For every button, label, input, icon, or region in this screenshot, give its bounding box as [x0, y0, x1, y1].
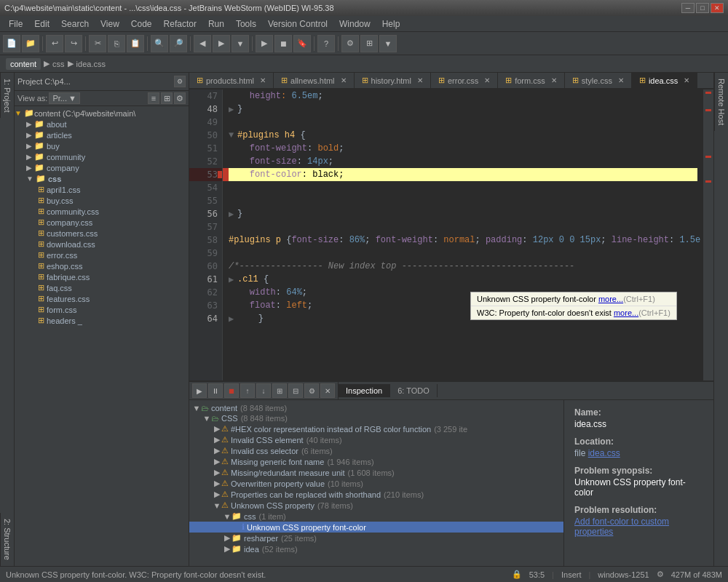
cut-button[interactable]: ✂: [89, 35, 106, 52]
minimize-button[interactable]: ─: [681, 3, 695, 13]
export-item[interactable]: ⊟: [288, 383, 303, 398]
menu-help[interactable]: Help: [376, 17, 406, 31]
insp-unknown-css[interactable]: ▼ ⚠ Unknown CSS property (78 items): [189, 500, 563, 511]
tree-articles[interactable]: ▶ 📁 articles: [15, 129, 189, 140]
tree-error-css[interactable]: ⊞ error.css: [15, 250, 189, 260]
insp-shorthand[interactable]: ▶ ⚠ Properties can be replaced with shor…: [189, 489, 563, 500]
menu-file[interactable]: File: [3, 17, 28, 31]
code-editor[interactable]: 47 48 49 50 51 52 53 54 55 56 57 58 59 6…: [189, 89, 713, 380]
insp-invalid-selector[interactable]: ▶ ⚠ Invalid css selector (6 items): [189, 445, 563, 456]
settings2-button[interactable]: ⊞: [360, 35, 378, 52]
close-allnews-tab[interactable]: ✕: [341, 76, 347, 84]
maximize-button[interactable]: □: [696, 3, 709, 13]
tree-buy[interactable]: ▶ 📁 buy: [15, 140, 189, 151]
tree-community[interactable]: ▶ 📁 community: [15, 151, 189, 162]
menu-edit[interactable]: Edit: [28, 17, 55, 31]
tree-buy-css[interactable]: ⊞ buy.css: [15, 195, 189, 206]
expand-selector[interactable]: ▶: [213, 446, 221, 455]
sidebar-settings[interactable]: ⚙: [174, 76, 186, 87]
menu-vcs[interactable]: Version Control: [262, 17, 333, 31]
tab-form-css[interactable]: ⊞ form.css ✕: [498, 73, 565, 88]
menu-window[interactable]: Window: [333, 17, 376, 31]
sidebar-options[interactable]: ⚙: [174, 92, 186, 104]
menu-refactor[interactable]: Refactor: [158, 17, 202, 31]
tab-style-css[interactable]: ⊞ style.css ✕: [565, 73, 632, 88]
view-as-dropdown[interactable]: Pr... ▼: [49, 92, 79, 104]
menu-code[interactable]: Code: [125, 17, 158, 31]
settings-icon[interactable]: ⚙: [657, 570, 664, 579]
expand-css-sub[interactable]: ▼: [223, 512, 232, 521]
remote-host-tab[interactable]: Remote Host: [714, 73, 728, 131]
expand-item[interactable]: ⊞: [272, 383, 287, 398]
project-tab[interactable]: 1: Project: [0, 73, 14, 118]
menu-run[interactable]: Run: [202, 17, 230, 31]
insp-missing-font[interactable]: ▶ ⚠ Missing generic font name (1 946 ite…: [189, 456, 563, 467]
insp-resharper[interactable]: ▶ 📁 resharper (25 items): [189, 533, 563, 543]
tree-april1[interactable]: ⊞ april1.css: [15, 184, 189, 195]
expand-overwritten[interactable]: ▶: [213, 479, 221, 488]
bookmark-button[interactable]: 🔖: [293, 35, 311, 52]
tree-css[interactable]: ▼ 📁 css: [15, 173, 189, 184]
expand-hex[interactable]: ▶: [213, 424, 221, 434]
tree-eshop-css[interactable]: ⊞ eshop.css: [15, 260, 189, 271]
open-button[interactable]: 📁: [22, 35, 39, 52]
help-button[interactable]: ?: [317, 35, 335, 52]
breadcrumb-file[interactable]: idea.css: [76, 60, 106, 68]
insp-measure[interactable]: ▶ ⚠ Missing/redundant measure unit (1 60…: [189, 467, 563, 478]
tab-todo[interactable]: 6: TODO: [390, 384, 438, 397]
expand-measure[interactable]: ▶: [213, 468, 221, 477]
expand-unknown[interactable]: ▼: [213, 501, 221, 510]
close-products-tab[interactable]: ✕: [260, 76, 266, 84]
insp-overwritten[interactable]: ▶ ⚠ Overwritten property value (10 items…: [189, 478, 563, 489]
close-style-tab[interactable]: ✕: [618, 76, 624, 84]
stop-insp[interactable]: ⏹: [224, 383, 239, 398]
nav-more[interactable]: ▼: [232, 35, 249, 52]
settings-insp[interactable]: ⚙: [304, 383, 319, 398]
expand-shorthand[interactable]: ▶: [213, 490, 221, 499]
tree-headers-css[interactable]: ⊞ headers _: [15, 315, 189, 326]
resolution-link[interactable]: Add font-color to custom properties: [574, 517, 669, 537]
collapse-all[interactable]: ≡: [148, 92, 159, 104]
breadcrumb-content[interactable]: content: [6, 58, 41, 70]
structure-tab[interactable]: 2: Structure: [0, 513, 14, 566]
expand-idea[interactable]: ▶: [223, 544, 232, 554]
insp-unknown-font-color[interactable]: ℹ Unknown CSS property font-color: [189, 522, 563, 533]
paste-button[interactable]: 📋: [127, 35, 144, 52]
tree-features-css[interactable]: ⊞ features.css: [15, 293, 189, 304]
undo-button[interactable]: ↩: [46, 35, 63, 52]
tree-company[interactable]: ▶ 📁 company: [15, 162, 189, 173]
tree-form-css[interactable]: ⊞ form.css: [15, 304, 189, 315]
tree-root[interactable]: ▼ 📁 content (C:\p4\website\main\: [15, 108, 189, 119]
insp-idea[interactable]: ▶ 📁 idea (52 items): [189, 543, 563, 554]
tree-download-css[interactable]: ⊞ download.css: [15, 239, 189, 250]
tree-customers-css[interactable]: ⊞ customers.css: [15, 228, 189, 239]
redo-button[interactable]: ↪: [65, 35, 82, 52]
close-idea-tab[interactable]: ✕: [684, 76, 689, 84]
menu-view[interactable]: View: [95, 17, 125, 31]
close-insp[interactable]: ✕: [320, 383, 335, 398]
tree-about[interactable]: ▶ 📁 about: [15, 119, 189, 129]
expand-all[interactable]: ⊞: [161, 92, 173, 104]
insp-root-content[interactable]: ▼ 🗁 content (8 848 items): [189, 403, 563, 413]
stop-button[interactable]: ⏹: [274, 35, 292, 52]
new-button[interactable]: 📄: [3, 35, 20, 52]
expand-font[interactable]: ▶: [213, 457, 221, 466]
menu-search[interactable]: Search: [55, 17, 95, 31]
tab-error-css[interactable]: ⊞ error.css ✕: [431, 73, 498, 88]
run-insp[interactable]: ▶: [192, 383, 207, 398]
tab-inspection[interactable]: Inspection: [339, 384, 390, 397]
expand-resharper[interactable]: ▶: [223, 533, 232, 543]
expand-content[interactable]: ▼: [192, 404, 201, 412]
expand-invalid-css[interactable]: ▶: [213, 435, 221, 445]
tooltip-row-1[interactable]: Unknown CSS property font-color more...(…: [471, 292, 676, 306]
menu-tools[interactable]: Tools: [230, 17, 262, 31]
find2-button[interactable]: 🔎: [170, 35, 187, 52]
tree-community-css[interactable]: ⊞ community.css: [15, 206, 189, 217]
close-form-tab[interactable]: ✕: [551, 76, 557, 84]
pause-insp[interactable]: ⏸: [208, 383, 223, 398]
tree-fabrique-css[interactable]: ⊞ fabrique.css: [15, 271, 189, 282]
close-history-tab[interactable]: ✕: [417, 76, 423, 84]
tree-faq-css[interactable]: ⊞ faq.css: [15, 282, 189, 293]
insp-invalid-css[interactable]: ▶ ⚠ Invalid CSS element (40 items): [189, 434, 563, 445]
find-button[interactable]: 🔍: [151, 35, 168, 52]
